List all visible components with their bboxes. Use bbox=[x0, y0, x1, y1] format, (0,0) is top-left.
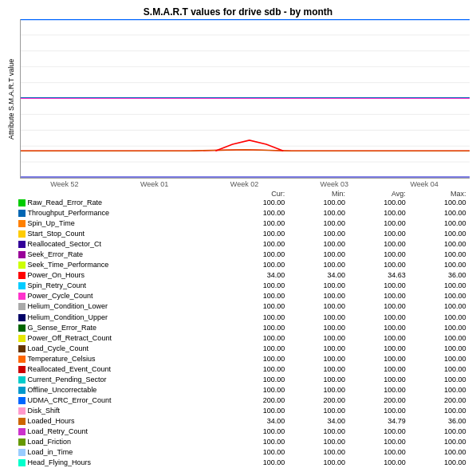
row-min: 100.00 bbox=[288, 406, 348, 416]
row-min: 100.00 bbox=[288, 313, 348, 323]
legend-color bbox=[18, 241, 26, 248]
x-axis: Week 52 Week 01 Week 02 Week 03 Week 04 bbox=[7, 180, 470, 188]
row-label: Load_Retry_Count bbox=[15, 427, 228, 437]
legend-color bbox=[18, 376, 26, 383]
row-avg: 100.00 bbox=[348, 250, 409, 260]
table-row: Loaded_Hours 34.00 34.00 34.79 36.00 bbox=[15, 416, 470, 427]
table-row: Throughput_Performance 100.00 100.00 100… bbox=[15, 208, 470, 218]
row-avg: 100.00 bbox=[348, 313, 409, 323]
table-row: Spin_Up_Time 100.00 100.00 100.00 100.00 bbox=[15, 218, 470, 229]
row-avg: 200.00 bbox=[348, 395, 409, 406]
metric-name: Offline_Uncorrectable bbox=[28, 385, 97, 395]
legend-color bbox=[18, 449, 26, 456]
table-row: UDMA_CRC_Error_Count 200.00 200.00 200.0… bbox=[15, 395, 470, 406]
legend-color bbox=[18, 199, 26, 206]
row-min: 100.00 bbox=[288, 323, 348, 333]
metric-name: Throughput_Performance bbox=[28, 208, 110, 218]
col-avg: Avg: bbox=[348, 190, 409, 198]
legend-color bbox=[18, 293, 26, 300]
legend-color bbox=[18, 459, 26, 466]
legend-color bbox=[18, 397, 26, 404]
row-min: 200.00 bbox=[288, 395, 348, 406]
row-max: 100.00 bbox=[409, 364, 470, 375]
table-row: Power_Cycle_Count 100.00 100.00 100.00 1… bbox=[15, 291, 470, 301]
row-cur: 100.00 bbox=[228, 447, 289, 458]
table-row: Seek_Time_Performance 100.00 100.00 100.… bbox=[15, 260, 470, 270]
table-row: Head_Flying_Hours 100.00 100.00 100.00 1… bbox=[15, 458, 470, 468]
row-label: Temperature_Celsius bbox=[15, 354, 228, 364]
row-max: 100.00 bbox=[409, 344, 470, 354]
row-min: 34.00 bbox=[288, 416, 348, 427]
row-cur: 100.00 bbox=[228, 218, 289, 229]
metric-name: Reallocated_Sector_Ct bbox=[28, 239, 102, 250]
row-cur: 100.00 bbox=[228, 427, 289, 437]
row-min: 100.00 bbox=[288, 427, 348, 437]
table-row: Power_On_Hours 34.00 34.00 34.63 36.00 bbox=[15, 270, 470, 281]
metric-name: G_Sense_Error_Rate bbox=[28, 323, 97, 333]
legend-color bbox=[18, 230, 26, 238]
metric-name: Seek_Time_Performance bbox=[28, 260, 109, 270]
row-cur: 100.00 bbox=[228, 354, 289, 364]
row-max: 100.00 bbox=[409, 427, 470, 437]
table-row: Load_Friction 100.00 100.00 100.00 100.0… bbox=[15, 437, 470, 447]
row-min: 100.00 bbox=[288, 364, 348, 375]
col-max: Max: bbox=[409, 190, 470, 198]
row-cur: 100.00 bbox=[228, 281, 289, 291]
table-row: Load_in_Time 100.00 100.00 100.00 100.00 bbox=[15, 447, 470, 458]
row-label: Power_On_Hours bbox=[15, 270, 228, 281]
row-cur: 100.00 bbox=[228, 229, 289, 239]
row-cur: 100.00 bbox=[228, 344, 289, 354]
chart-title: S.M.A.R.T values for drive sdb - by mont… bbox=[144, 6, 332, 18]
row-label: Reallocated_Event_Count bbox=[15, 364, 228, 375]
metric-name: Spin_Up_Time bbox=[28, 218, 75, 229]
row-label: Disk_Shift bbox=[15, 406, 228, 416]
metric-name: Loaded_Hours bbox=[28, 416, 75, 427]
row-max: 100.00 bbox=[409, 218, 470, 229]
metric-name: Raw_Read_Error_Rate bbox=[28, 198, 103, 208]
row-label: UDMA_CRC_Error_Count bbox=[15, 395, 228, 406]
row-avg: 100.00 bbox=[348, 427, 409, 437]
chart-area: Attribute S.M.A.R.T value 0 20 40 60 bbox=[7, 19, 470, 179]
row-cur: 100.00 bbox=[228, 250, 289, 260]
row-label: Raw_Read_Error_Rate bbox=[15, 198, 228, 208]
row-cur: 100.00 bbox=[228, 239, 289, 250]
row-cur: 100.00 bbox=[228, 406, 289, 416]
table-row: Spin_Retry_Count 100.00 100.00 100.00 10… bbox=[15, 281, 470, 291]
row-cur: 100.00 bbox=[228, 313, 289, 323]
metric-name: Start_Stop_Count bbox=[28, 229, 85, 239]
row-cur: 100.00 bbox=[228, 291, 289, 301]
row-min: 100.00 bbox=[288, 385, 348, 395]
table-row: Start_Stop_Count 100.00 100.00 100.00 10… bbox=[15, 229, 470, 239]
x-label-0: Week 52 bbox=[50, 180, 78, 188]
table-row: Seek_Error_Rate 100.00 100.00 100.00 100… bbox=[15, 250, 470, 260]
row-max: 100.00 bbox=[409, 458, 470, 468]
row-label: G_Sense_Error_Rate bbox=[15, 323, 228, 333]
row-max: 100.00 bbox=[409, 375, 470, 385]
legend-color bbox=[18, 345, 26, 352]
row-cur: 100.00 bbox=[228, 458, 289, 468]
x-label-1: Week 01 bbox=[140, 180, 168, 188]
row-max: 200.00 bbox=[409, 395, 470, 406]
legend-color bbox=[18, 251, 26, 258]
row-max: 100.00 bbox=[409, 198, 470, 208]
row-avg: 100.00 bbox=[348, 260, 409, 270]
row-avg: 100.00 bbox=[348, 291, 409, 301]
legend-color bbox=[18, 356, 26, 363]
row-avg: 100.00 bbox=[348, 406, 409, 416]
row-label: Throughput_Performance bbox=[15, 208, 228, 218]
row-label: Load_in_Time bbox=[15, 447, 228, 458]
row-min: 100.00 bbox=[288, 198, 348, 208]
row-avg: 100.00 bbox=[348, 333, 409, 344]
row-min: 100.00 bbox=[288, 250, 348, 260]
metric-name: Current_Pending_Sector bbox=[28, 375, 107, 385]
row-label: Seek_Time_Performance bbox=[15, 260, 228, 270]
row-cur: 100.00 bbox=[228, 323, 289, 333]
row-label: Offline_Uncorrectable bbox=[15, 385, 228, 395]
row-cur: 34.00 bbox=[228, 416, 289, 427]
row-cur: 100.00 bbox=[228, 333, 289, 344]
legend-color bbox=[18, 262, 26, 269]
row-avg: 100.00 bbox=[348, 354, 409, 364]
table-row: Reallocated_Event_Count 100.00 100.00 10… bbox=[15, 364, 470, 375]
row-label: Spin_Retry_Count bbox=[15, 281, 228, 291]
metric-name: Load_Cycle_Count bbox=[28, 344, 89, 354]
